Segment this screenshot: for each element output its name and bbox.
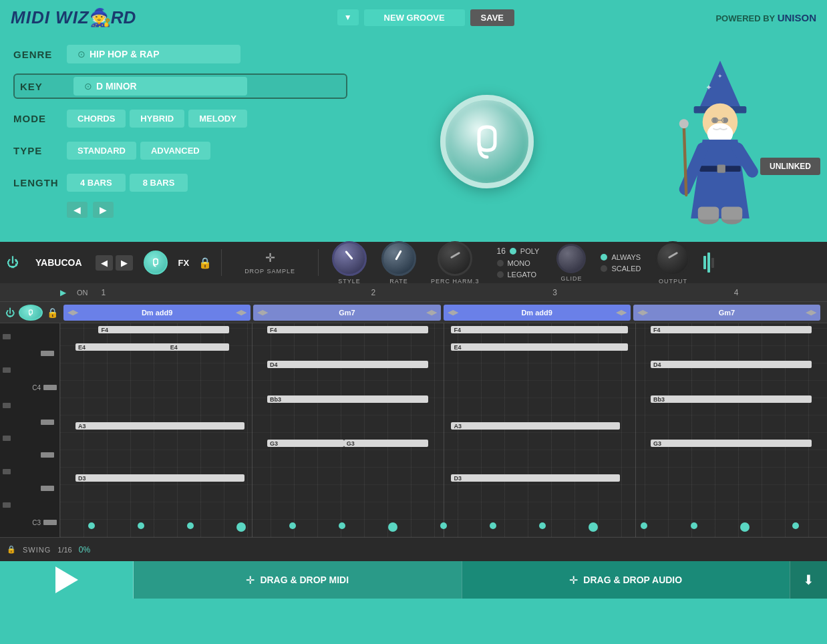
length-4bars-btn[interactable]: 4 BARS (67, 174, 126, 192)
chord-expand-icon[interactable]: ◀▶ (67, 308, 78, 317)
perc-harm-knob-group: PERC HARM.3 (431, 241, 480, 285)
track-prev-btn[interactable]: ◀ (96, 255, 113, 271)
mono-row: MONO (497, 259, 540, 267)
piano-key-g3 (3, 436, 57, 441)
track-power-icon[interactable]: ⏻ (5, 307, 15, 318)
note-f4-b4: F4 (651, 326, 812, 333)
length-row: LENGTH 4 BARS 8 BARS (13, 170, 347, 195)
piano-key-e4 (3, 351, 57, 356)
piano-key-a3 (3, 420, 57, 425)
mono-label: MONO (508, 259, 530, 267)
c3-label: C3 (32, 519, 41, 526)
chord-expand-icon-2[interactable]: ◀▶ (257, 308, 268, 317)
output-knob[interactable] (655, 241, 690, 276)
unlinked-button[interactable]: UNLINKED (760, 158, 820, 175)
scroll-dot (88, 522, 95, 529)
drop-sample-label: DROP SAMPLE (244, 268, 295, 275)
track-unison-circle[interactable] (19, 305, 43, 321)
mode-hybrid-btn[interactable]: HYBRID (130, 110, 184, 128)
length-buttons: 4 BARS 8 BARS (67, 174, 188, 192)
track-nav: ◀ ▶ (96, 255, 133, 271)
chord-headers: ◀▶ Dm add9 ◀▶ ◀▶ Gm7 ◀▶ ◀▶ Dm add9 ◀▶ ◀▶… (62, 303, 822, 322)
mode-chords-btn[interactable]: CHORDS (67, 110, 126, 128)
rate-knob-group: RATE (381, 241, 416, 285)
note-a3-b1: A3 (75, 422, 244, 430)
length-label: LENGTH (13, 177, 67, 188)
legato-dot[interactable] (497, 271, 504, 278)
timeline-marker-3: 3 (464, 288, 646, 297)
svg-text:✦: ✦ (717, 73, 723, 79)
nav-next-btn[interactable]: ▶ (93, 202, 114, 218)
percent-label: 0% (79, 545, 90, 554)
poly-value: 16 (497, 247, 506, 256)
action-bar: ✛ DRAG & DROP MIDI ✛ DRAG & DROP AUDIO ⬇ (0, 561, 827, 599)
piano-keys: C4 (0, 323, 60, 537)
chord-expand-icon-4[interactable]: ◀▶ (637, 308, 648, 317)
save-button[interactable]: SAVE (470, 9, 514, 26)
chord-right-icon-3[interactable]: ◀▶ (616, 308, 627, 317)
genre-chevron-icon: ⊙ (77, 49, 86, 59)
genre-selector[interactable]: ⊙ HIP HOP & RAP (67, 45, 240, 63)
note-a3-b3: A3 (451, 422, 620, 430)
logo-circle-area (361, 41, 613, 242)
key-selector[interactable]: ⊙ D MINOR (73, 77, 247, 96)
scaled-dot[interactable] (601, 265, 607, 272)
bottom-controls: 🔒 SWING 1/16 0% (0, 537, 827, 561)
beat-div-3 (444, 323, 444, 537)
key-label: KEY (20, 81, 73, 92)
unison-circle-small[interactable] (144, 251, 168, 275)
chord-label-2: Gm7 (271, 309, 423, 317)
chord-right-icon-2[interactable]: ◀▶ (426, 308, 437, 317)
legato-row: LEGATO (497, 271, 540, 279)
style-knob[interactable] (332, 241, 367, 276)
chord-right-icon[interactable]: ◀▶ (236, 308, 246, 317)
chord-right-icon-4[interactable]: ◀▶ (806, 308, 816, 317)
scroll-dot-large (236, 522, 246, 532)
note-e4-b1-1: E4 (75, 343, 183, 351)
note-d3-b3: D3 (451, 474, 620, 482)
drag-midi-area[interactable]: ✛ DRAG & DROP MIDI (134, 561, 462, 599)
note-d4-b2: D4 (267, 361, 428, 368)
always-label: ALWAYS (611, 253, 641, 261)
scroll-dot (691, 522, 697, 529)
header: MIDI WIZ 🧙 RD ▼ NEW GROOVE SAVE POWERED … (0, 0, 827, 35)
play-button[interactable] (55, 567, 78, 593)
chord-expand-icon-3[interactable]: ◀▶ (448, 308, 458, 317)
note-d4-b4: D4 (651, 361, 812, 368)
separator-1 (221, 249, 222, 276)
download-btn[interactable]: ⬇ (790, 561, 827, 599)
track-controls-row: ⏻ 🔒 ◀▶ Dm add9 ◀▶ ◀▶ Gm7 ◀▶ ◀▶ Dm add9 ◀… (0, 302, 827, 323)
always-dot[interactable] (601, 254, 607, 261)
rate-knob[interactable] (381, 241, 416, 276)
glide-knob[interactable] (556, 244, 586, 273)
mode-melody-btn[interactable]: MELODY (188, 110, 247, 128)
roll-content[interactable]: F4 E4 E4 A3 D3 F4 D4 (60, 323, 827, 537)
genre-label: GENRE (13, 49, 67, 60)
nav-prev-btn[interactable]: ◀ (67, 202, 88, 218)
power-icon[interactable]: ⏻ (7, 256, 19, 270)
length-8bars-btn[interactable]: 8 BARS (130, 174, 188, 192)
roll-main: C4 (0, 323, 827, 537)
drop-sample-area[interactable]: ✛ DROP SAMPLE (244, 251, 295, 275)
scaled-row: SCALED (601, 265, 641, 273)
scroll-dot (641, 522, 647, 529)
controls-left: GENRE ⊙ HIP HOP & RAP KEY ⊙ D MINOR MODE… (13, 41, 347, 242)
timeline-markers: 1 2 3 4 (102, 288, 828, 297)
perc-harm-knob[interactable] (438, 241, 472, 276)
piano-key-c4: C4 (3, 384, 57, 391)
drag-audio-area[interactable]: ✛ DRAG & DROP AUDIO (462, 561, 790, 599)
type-advanced-btn[interactable]: ADVANCED (140, 142, 210, 160)
top-area: GENRE ⊙ HIP HOP & RAP KEY ⊙ D MINOR MODE… (0, 35, 827, 242)
groove-dropdown-btn[interactable]: ▼ (337, 9, 359, 25)
timeline-play-icon[interactable]: ▶ (60, 288, 66, 297)
nav-arrows: ◀ ▶ (67, 202, 347, 218)
svg-rect-19 (721, 207, 743, 220)
type-row: TYPE STANDARD ADVANCED (13, 138, 347, 163)
genre-value: HIP HOP & RAP (90, 49, 160, 59)
c4-label: C4 (32, 384, 41, 391)
type-standard-btn[interactable]: STANDARD (67, 142, 136, 160)
scroll-dot (792, 522, 799, 529)
mono-dot[interactable] (497, 260, 504, 267)
poly-dot[interactable] (510, 248, 516, 255)
track-next-btn[interactable]: ▶ (116, 255, 133, 271)
